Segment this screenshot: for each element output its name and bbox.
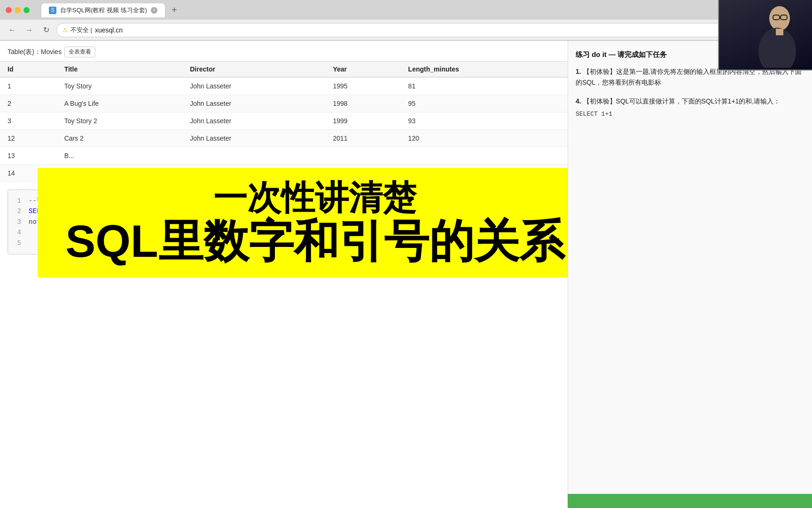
cell-year: 1998 bbox=[325, 95, 400, 112]
overlay-banner: 一次性讲清楚 SQL里数字和引号的关系 bbox=[38, 168, 568, 278]
cell-id: 2 bbox=[0, 95, 57, 112]
new-tab-button[interactable]: + bbox=[168, 4, 180, 16]
fullscreen-window-button[interactable] bbox=[23, 7, 30, 13]
cell-director bbox=[182, 147, 325, 165]
svg-rect-5 bbox=[776, 29, 783, 35]
movies-table: Id Title Director Year Length_minutes 1 … bbox=[0, 62, 568, 182]
table-row: 12 Cars 2 John Lasseter 2011 120 bbox=[0, 130, 568, 147]
traffic-lights bbox=[6, 7, 30, 13]
table-header-row: Id Title Director Year Length_minutes bbox=[0, 62, 568, 77]
view-all-button[interactable]: 全表查看 bbox=[64, 47, 95, 57]
cell-length: 81 bbox=[401, 77, 568, 95]
table-header-area: Table(表)：Movies 全表查看 bbox=[0, 41, 568, 62]
browser-content: Table(表)：Movies 全表查看 Id Title Director Y… bbox=[0, 41, 812, 508]
table-label: Table(表)：Movies bbox=[8, 48, 62, 56]
tab-bar: S 自学SQL网(教程 视频 练习全套) × + bbox=[41, 3, 806, 17]
tab-close-button[interactable]: × bbox=[151, 7, 157, 14]
table-row: 1 Toy Story John Lasseter 1995 81 bbox=[0, 77, 568, 95]
browser-chrome: S 自学SQL网(教程 视频 练习全套) × + ← → ↻ ⚠ 不安全 | x… bbox=[0, 0, 812, 41]
browser-tab[interactable]: S 自学SQL网(教程 视频 练习全套) × bbox=[41, 3, 165, 17]
webcam-overlay bbox=[718, 0, 812, 71]
line-number: 2 bbox=[14, 206, 21, 216]
cell-id: 1 bbox=[0, 77, 57, 95]
cell-id: 3 bbox=[0, 112, 57, 130]
cell-id: 12 bbox=[0, 130, 57, 147]
person-silhouette bbox=[728, 2, 803, 68]
exercise-number: 4. 【初体验】SQL可以直接做计算，下面的SQL计算1+1的和,请输入： bbox=[576, 96, 804, 107]
col-header-title: Title bbox=[57, 62, 183, 77]
line-number: 1 bbox=[14, 196, 21, 206]
cell-year: 1999 bbox=[325, 112, 400, 130]
col-header-id: Id bbox=[0, 62, 57, 77]
code-text bbox=[29, 238, 32, 248]
line-number: 5 bbox=[14, 238, 21, 248]
exercise-sql-code: SELECT 1+1 bbox=[576, 109, 804, 119]
cell-title: A Bug's Life bbox=[57, 95, 183, 112]
cell-year: 1995 bbox=[325, 77, 400, 95]
table-row: 13 B... bbox=[0, 147, 568, 165]
main-panel: Table(表)：Movies 全表查看 Id Title Director Y… bbox=[0, 41, 568, 508]
forward-button[interactable]: → bbox=[23, 24, 36, 37]
cell-length bbox=[401, 147, 568, 165]
cell-id: 13 bbox=[0, 147, 57, 165]
col-header-year: Year bbox=[325, 62, 400, 77]
cell-length: 120 bbox=[401, 130, 568, 147]
title-bar: S 自学SQL网(教程 视频 练习全套) × + bbox=[0, 0, 812, 20]
tab-favicon: S bbox=[49, 7, 56, 14]
cell-title: B... bbox=[57, 147, 183, 165]
cell-length: 95 bbox=[401, 95, 568, 112]
exercise-number: 1. bbox=[576, 68, 581, 75]
cell-director: John Lasseter bbox=[182, 95, 325, 112]
close-window-button[interactable] bbox=[6, 7, 12, 13]
col-header-director: Director bbox=[182, 62, 325, 77]
line-number: 3 bbox=[14, 217, 21, 227]
reload-button[interactable]: ↻ bbox=[39, 24, 53, 37]
right-panel: 练习 do it — 请完成如下任务 1. 【初体验】这是第一题,请你先将左侧的… bbox=[568, 41, 812, 508]
url-input[interactable]: ⚠ 不安全 | xuesql.cn bbox=[56, 23, 726, 37]
cell-length: 93 bbox=[401, 112, 568, 130]
url-protocol: 不安全 | bbox=[70, 26, 92, 34]
back-button[interactable]: ← bbox=[6, 24, 19, 37]
line-number: 4 bbox=[14, 227, 21, 238]
exercise-item-4: 4. 【初体验】SQL可以直接做计算，下面的SQL计算1+1的和,请输入： SE… bbox=[576, 96, 804, 119]
col-header-length: Length_minutes bbox=[401, 62, 568, 77]
cell-director: John Lasseter bbox=[182, 112, 325, 130]
overlay-text-line2: SQL里数字和引号的关系 bbox=[65, 216, 564, 266]
cell-director: John Lasseter bbox=[182, 130, 325, 147]
minimize-window-button[interactable] bbox=[15, 7, 21, 13]
cell-director: John Lasseter bbox=[182, 77, 325, 95]
address-bar: ← → ↻ ⚠ 不安全 | xuesql.cn 🌐 🔍 ⬆ ★ ⚙ bbox=[0, 20, 812, 40]
security-icon: ⚠ bbox=[62, 27, 68, 33]
url-text: xuesql.cn bbox=[95, 26, 123, 34]
cell-title: Toy Story 2 bbox=[57, 112, 183, 130]
table-row: 2 A Bug's Life John Lasseter 1998 95 bbox=[0, 95, 568, 112]
cell-title: Toy Story bbox=[57, 77, 183, 95]
cell-year bbox=[325, 147, 400, 165]
submit-button[interactable] bbox=[568, 494, 812, 508]
table-row: 3 Toy Story 2 John Lasseter 1999 93 bbox=[0, 112, 568, 130]
tab-title: 自学SQL网(教程 视频 练习全套) bbox=[60, 6, 147, 15]
cell-title: Cars 2 bbox=[57, 130, 183, 147]
cell-year: 2011 bbox=[325, 130, 400, 147]
webcam-person-view bbox=[719, 0, 812, 70]
overlay-text-line1: 一次性讲清楚 bbox=[213, 179, 416, 216]
